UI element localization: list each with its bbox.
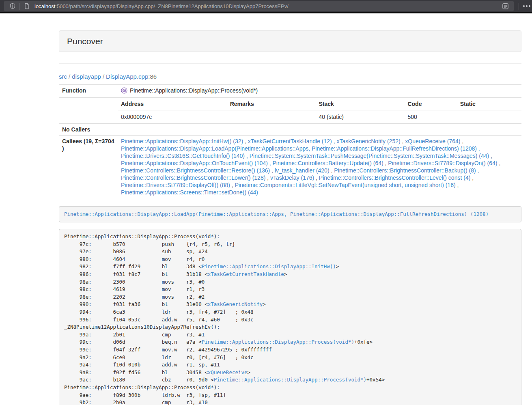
callee-separator: ,	[401, 138, 405, 144]
selected-callee-code-block: Pinetime::Applications::DisplayApp::Load…	[59, 206, 521, 222]
selected-callee-link[interactable]: Pinetime::Applications::DisplayApp::Load…	[64, 211, 489, 217]
assembly-symbol-link[interactable]: xTaskGenericNotify	[208, 301, 263, 307]
table-row: AddressRemarksStackCodeStatic0x0000097c4…	[59, 98, 521, 124]
function-detail-table: Function Pinetime::Applications::Display…	[59, 84, 521, 198]
callee-separator: ,	[332, 138, 337, 144]
callee-separator: ,	[268, 160, 273, 166]
breadcrumb: src/displayapp/DisplayApp.cpp:86	[59, 73, 521, 80]
cell-code: 500	[404, 110, 457, 124]
divider	[59, 63, 521, 64]
page-icon	[22, 1, 32, 11]
callees-label: Callees (19, Σ=3704 )	[59, 136, 118, 198]
column-header-stack: Stack	[316, 98, 405, 110]
url-path: :5000/path/src/displayapp/DisplayApp.cpp…	[55, 3, 289, 9]
url-text[interactable]: localhost:5000/path/src/displayapp/Displ…	[34, 3, 500, 9]
callee-link[interactable]: Pinetime::Components::LittleVgl::SetNewT…	[235, 182, 456, 188]
url-bar[interactable]: localhost:5000/path/src/displayapp/Displ…	[4, 1, 514, 11]
callee-separator: ,	[270, 167, 275, 174]
breadcrumb-separator: /	[101, 73, 106, 80]
callee-link[interactable]: Pinetime::Controllers::BrightnessControl…	[334, 167, 476, 174]
callee-link[interactable]: Pinetime::Controllers::BrightnessControl…	[121, 167, 270, 174]
column-header-remarks: Remarks	[227, 98, 316, 110]
shield-icon[interactable]	[7, 1, 18, 11]
callee-link[interactable]: Pinetime::Controllers::BrightnessControl…	[319, 174, 470, 181]
column-header-static: Static	[457, 98, 521, 110]
address-table: AddressRemarksStackCodeStatic0x0000097c4…	[118, 98, 521, 123]
callee-separator: ,	[476, 167, 479, 174]
column-header-address: Address	[118, 98, 227, 110]
page-title: Puncover	[67, 37, 513, 46]
callee-separator: ,	[498, 160, 501, 166]
callee-link[interactable]: Pinetime::Applications::DisplayApp::Load…	[121, 145, 477, 152]
reader-mode-icon[interactable]	[500, 1, 510, 11]
callee-link[interactable]: Pinetime::Applications::DisplayApp::Init…	[121, 138, 243, 144]
browser-toolbar: localhost:5000/path/src/displayapp/Displ…	[0, 0, 532, 13]
callee-link[interactable]: xTaskGetCurrentTaskHandle (12)	[248, 138, 332, 144]
cell-remarks	[227, 110, 316, 124]
more-icon[interactable]	[521, 5, 532, 7]
assembly-symbol-link[interactable]: Pinetime::Applications::DisplayApp::Proc…	[214, 377, 366, 383]
callee-separator: ,	[243, 138, 248, 144]
breadcrumb-separator: /	[67, 73, 72, 80]
no-callers-label: No Callers	[59, 124, 118, 136]
table-row: 0x0000097c40 (static)500	[118, 110, 521, 124]
callee-link[interactable]: vTaskDelay (176)	[270, 174, 314, 181]
callee-link[interactable]: Pinetime::Drivers::St7789::DisplayOn() (…	[388, 160, 497, 166]
assembly-symbol-link[interactable]: Pinetime::Applications::DisplayApp::Init…	[202, 263, 336, 269]
callees-list: Pinetime::Applications::DisplayApp::Init…	[118, 136, 521, 198]
callee-link[interactable]: Pinetime::Applications::DisplayApp::OnTo…	[121, 160, 268, 166]
assembly-symbol-link[interactable]: xTaskGetCurrentTaskHandle	[208, 271, 284, 277]
callee-separator: ,	[489, 153, 492, 159]
callee-separator: ,	[477, 145, 480, 152]
toolbar-divider	[19, 3, 20, 10]
assembly-listing: Pinetime::Applications::DisplayApp::Proc…	[59, 229, 521, 405]
callee-separator: ,	[456, 182, 459, 188]
callee-separator: ,	[245, 153, 250, 159]
callee-link[interactable]: lv_task_handler (420)	[275, 167, 330, 174]
callee-separator: ,	[460, 138, 463, 144]
callee-link[interactable]: xQueueReceive (764)	[405, 138, 460, 144]
callee-separator: ,	[330, 167, 334, 174]
breadcrumb-link-src[interactable]: src	[59, 73, 67, 80]
callee-link[interactable]: Pinetime::Controllers::Battery::Update()…	[273, 160, 383, 166]
callee-separator: ,	[383, 160, 388, 166]
callee-separator: ,	[470, 174, 474, 181]
cell-static	[457, 110, 521, 124]
app-header-panel: Puncover	[59, 30, 521, 52]
column-header-code: Code	[404, 98, 457, 110]
callee-link[interactable]: Pinetime::Controllers::BrightnessControl…	[121, 174, 265, 181]
url-host: localhost	[34, 3, 55, 9]
assembly-symbol-link[interactable]: Pinetime::Applications::DisplayApp::Proc…	[202, 339, 354, 345]
toolbar-divider	[519, 3, 519, 10]
function-cube-icon	[121, 87, 127, 94]
cell-stack: 40 (static)	[316, 110, 405, 124]
function-name: Pinetime::Applications::DisplayApp::Proc…	[130, 87, 258, 94]
function-label: Function	[59, 85, 118, 98]
table-row: No Callers	[59, 124, 521, 136]
breadcrumb-link-displayapp[interactable]: displayapp	[72, 73, 101, 80]
callee-link[interactable]: Pinetime::Applications::Screens::Timer::…	[121, 189, 258, 196]
callee-separator: ,	[265, 174, 270, 181]
assembly-symbol-link[interactable]: xQueueReceive	[208, 369, 248, 375]
table-row: Function Pinetime::Applications::Display…	[59, 85, 521, 98]
callee-link[interactable]: xTaskGenericNotify (252)	[336, 138, 400, 144]
table-row: Callees (19, Σ=3704 ) Pinetime::Applicat…	[59, 136, 521, 198]
callee-link[interactable]: Pinetime::Drivers::Cst816S::GetTouchInfo…	[121, 153, 245, 159]
callee-link[interactable]: Pinetime::Drivers::St7789::DisplayOff() …	[121, 182, 230, 188]
cell-address: 0x0000097c	[118, 110, 227, 124]
breadcrumb-link-file[interactable]: DisplayApp.cpp	[106, 73, 148, 80]
callee-separator: ,	[314, 174, 319, 181]
breadcrumb-line-number: :86	[148, 73, 157, 80]
callee-link[interactable]: Pinetime::System::SystemTask::PushMessag…	[250, 153, 489, 159]
callee-separator: ,	[230, 182, 235, 188]
